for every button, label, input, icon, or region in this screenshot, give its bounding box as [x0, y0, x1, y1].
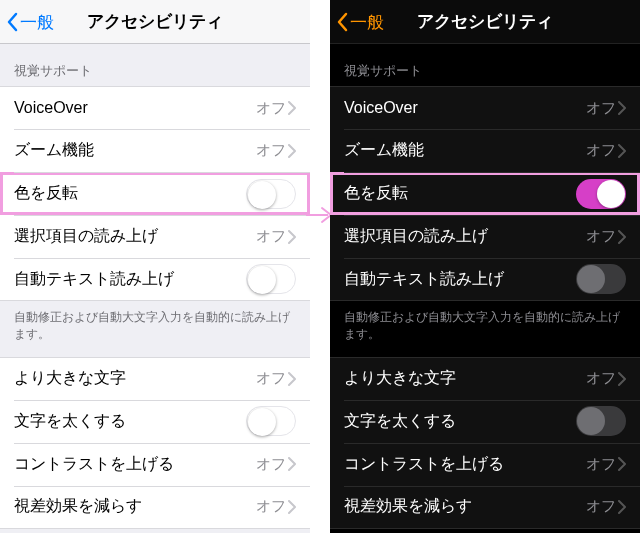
back-button[interactable]: 一般 [6, 0, 54, 44]
chevron-right-icon [618, 144, 626, 158]
row-value: オフ [586, 455, 616, 474]
row-label: 色を反転 [344, 183, 576, 204]
row-value: オフ [586, 227, 616, 246]
row-reduce-motion[interactable]: 視差効果を減らす オフ [330, 486, 640, 529]
row-voiceover[interactable]: VoiceOver オフ [330, 86, 640, 129]
row-value: オフ [586, 99, 616, 118]
toggle-knob [577, 265, 605, 293]
chevron-right-icon [288, 457, 296, 471]
row-label: VoiceOver [344, 99, 586, 117]
chevron-right-icon [618, 101, 626, 115]
row-zoom[interactable]: ズーム機能 オフ [0, 129, 310, 172]
row-invert-colors[interactable]: 色を反転 [0, 172, 310, 215]
settings-pane-light: 一般 アクセシビリティ 視覚サポート VoiceOver オフ ズーム機能 オフ… [0, 0, 310, 533]
toggle-invert-colors[interactable] [576, 179, 626, 209]
row-bold-text[interactable]: 文字を太くする [0, 400, 310, 443]
row-label: 選択項目の読み上げ [344, 226, 586, 247]
section-footer-autotext: 自動修正および自動大文字入力を自動的に読み上げます。 [0, 301, 310, 357]
navbar: 一般 アクセシビリティ [0, 0, 310, 44]
row-speak-auto-text[interactable]: 自動テキスト読み上げ [330, 258, 640, 301]
row-value: オフ [256, 141, 286, 160]
back-button[interactable]: 一般 [336, 0, 384, 44]
row-label: 視差効果を減らす [344, 496, 586, 517]
toggle-bold-text[interactable] [246, 406, 296, 436]
row-label: VoiceOver [14, 99, 256, 117]
toggle-knob [577, 407, 605, 435]
row-label: 文字を太くする [14, 411, 246, 432]
chevron-right-icon [618, 230, 626, 244]
chevron-left-icon [336, 12, 348, 32]
row-voiceover[interactable]: VoiceOver オフ [0, 86, 310, 129]
toggle-knob [248, 181, 276, 209]
toggle-speak-auto-text[interactable] [246, 264, 296, 294]
section-header-visual: 視覚サポート [0, 44, 310, 86]
chevron-right-icon [618, 372, 626, 386]
row-contrast[interactable]: コントラストを上げる オフ [330, 443, 640, 486]
row-bold-text[interactable]: 文字を太くする [330, 400, 640, 443]
row-label: 選択項目の読み上げ [14, 226, 256, 247]
back-label: 一般 [20, 11, 54, 34]
row-label: コントラストを上げる [344, 454, 586, 475]
page-title: アクセシビリティ [87, 10, 223, 33]
row-value: オフ [256, 455, 286, 474]
row-value: オフ [586, 141, 616, 160]
row-value: オフ [586, 497, 616, 516]
row-label: 色を反転 [14, 183, 246, 204]
toggle-knob [597, 180, 625, 208]
chevron-right-icon [288, 372, 296, 386]
row-contrast[interactable]: コントラストを上げる オフ [0, 443, 310, 486]
row-speak-selection[interactable]: 選択項目の読み上げ オフ [0, 215, 310, 258]
toggle-knob [248, 408, 276, 436]
row-label: より大きな文字 [14, 368, 256, 389]
chevron-right-icon [288, 500, 296, 514]
row-invert-colors[interactable]: 色を反転 [330, 172, 640, 215]
row-reduce-motion[interactable]: 視差効果を減らす オフ [0, 486, 310, 529]
toggle-invert-colors[interactable] [246, 179, 296, 209]
row-label: ズーム機能 [14, 140, 256, 161]
navbar: 一般 アクセシビリティ [330, 0, 640, 44]
chevron-right-icon [288, 230, 296, 244]
row-larger-type[interactable]: より大きな文字 オフ [0, 357, 310, 400]
row-speak-auto-text[interactable]: 自動テキスト読み上げ [0, 258, 310, 301]
row-label: 自動テキスト読み上げ [344, 269, 576, 290]
page-title: アクセシビリティ [417, 10, 553, 33]
row-value: オフ [256, 227, 286, 246]
back-label: 一般 [350, 11, 384, 34]
chevron-right-icon [288, 144, 296, 158]
toggle-bold-text[interactable] [576, 406, 626, 436]
toggle-knob [248, 266, 276, 294]
row-speak-selection[interactable]: 選択項目の読み上げ オフ [330, 215, 640, 258]
chevron-right-icon [618, 457, 626, 471]
row-label: より大きな文字 [344, 368, 586, 389]
row-larger-type[interactable]: より大きな文字 オフ [330, 357, 640, 400]
chevron-right-icon [288, 101, 296, 115]
row-label: 視差効果を減らす [14, 496, 256, 517]
row-value: オフ [256, 497, 286, 516]
row-value: オフ [256, 99, 286, 118]
row-label: 文字を太くする [344, 411, 576, 432]
row-zoom[interactable]: ズーム機能 オフ [330, 129, 640, 172]
row-label: コントラストを上げる [14, 454, 256, 475]
row-value: オフ [586, 369, 616, 388]
section-footer-autotext: 自動修正および自動大文字入力を自動的に読み上げます。 [330, 301, 640, 357]
section-header-visual: 視覚サポート [330, 44, 640, 86]
row-value: オフ [256, 369, 286, 388]
chevron-left-icon [6, 12, 18, 32]
toggle-speak-auto-text[interactable] [576, 264, 626, 294]
row-label: 自動テキスト読み上げ [14, 269, 246, 290]
chevron-right-icon [618, 500, 626, 514]
settings-pane-dark: 一般 アクセシビリティ 視覚サポート VoiceOver オフ ズーム機能 オフ… [330, 0, 640, 533]
row-label: ズーム機能 [344, 140, 586, 161]
